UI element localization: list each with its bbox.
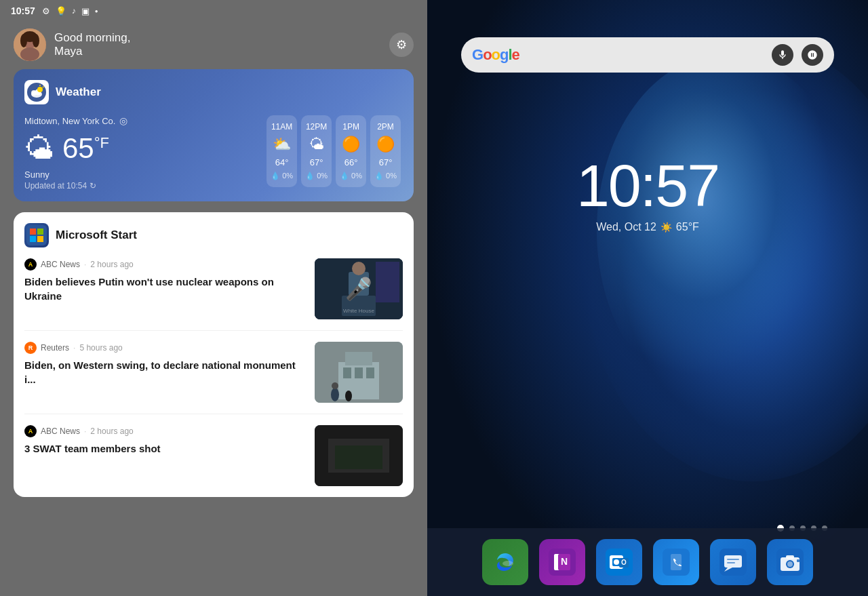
voice-search-button[interactable] <box>772 44 793 66</box>
weather-left: Midtown, New York Co. ◎ 🌤 65°F Sunny Upd… <box>24 115 127 191</box>
weather-updated: Updated at 10:54 ↻ <box>24 181 127 191</box>
article-text-2: R Reuters · 5 hours ago Biden, on Wester… <box>24 342 307 403</box>
avatar <box>14 28 46 61</box>
article-text-1: A ABC News · 2 hours ago Biden believes … <box>24 258 307 319</box>
hour-label: 11AM <box>271 122 292 132</box>
status-time: 10:57 <box>11 5 35 16</box>
svg-point-10 <box>37 87 43 92</box>
svg-rect-58 <box>786 555 794 559</box>
svg-rect-13 <box>26 225 47 245</box>
news-title: Microsoft Start <box>56 229 137 242</box>
settings-icon: ⚙ <box>42 6 50 16</box>
hour-icon: 🟠 <box>342 136 360 153</box>
svg-rect-29 <box>355 367 363 378</box>
refresh-icon[interactable]: ↻ <box>90 181 96 191</box>
dock-app-onenote[interactable]: N <box>539 539 585 585</box>
article-time-3: 2 hours ago <box>90 426 133 436</box>
svg-rect-36 <box>335 445 382 469</box>
google-lens-button[interactable] <box>802 44 823 66</box>
lock-time: 10:57 <box>576 156 719 216</box>
source-row-2: R Reuters · 5 hours ago <box>24 342 307 354</box>
news-article-1[interactable]: A ABC News · 2 hours ago Biden believes … <box>24 258 403 331</box>
svg-point-37 <box>502 561 513 566</box>
article-image-2 <box>315 342 403 403</box>
weather-title: Weather <box>56 85 101 99</box>
search-bar[interactable]: Google <box>461 37 834 73</box>
svg-point-45 <box>614 559 619 565</box>
source-row-1: A ABC News · 2 hours ago <box>24 258 307 271</box>
svg-rect-30 <box>366 367 374 378</box>
hour-precip: 💧 0% <box>305 172 328 180</box>
abc-news-icon: A <box>24 258 37 271</box>
hour-label: 1PM <box>342 122 359 132</box>
article-image-3 <box>315 425 403 486</box>
weather-inline-icon: ☀️ <box>660 222 672 233</box>
google-logo: Google <box>472 46 519 64</box>
hourly-forecast: 11AM ⛅ 64° 💧 0% 12PM 🌤 67° 💧 0% 1PM 🟠 66… <box>264 115 403 187</box>
hour-cell-2pm: 2PM 🟠 67° 💧 0% <box>370 115 401 187</box>
svg-text:White House: White House <box>343 308 374 314</box>
hour-icon: 🟠 <box>376 136 395 153</box>
article-image-1: White House <box>315 258 403 319</box>
hour-precip: 💧 0% <box>340 172 362 180</box>
settings-button[interactable]: ⚙ <box>389 33 414 57</box>
microphone-icon <box>777 49 788 60</box>
svg-rect-50 <box>724 555 742 568</box>
weather-card[interactable]: Weather Midtown, New York Co. ◎ 🌤 65°F S… <box>14 69 414 201</box>
svg-text:N: N <box>561 556 568 567</box>
source-name-2: Reuters <box>41 343 69 353</box>
reuters-icon: R <box>24 342 37 354</box>
lock-date: Wed, Oct 12 ☀️ 65°F <box>596 221 699 233</box>
dock-app-phone[interactable] <box>653 539 699 585</box>
article-text-3: A ABC News · 2 hours ago 3 SWAT team mem… <box>24 425 307 486</box>
news-card: Microsoft Start A ABC News · 2 hours ago… <box>14 212 414 497</box>
svg-point-5 <box>33 34 39 47</box>
news-article-2[interactable]: R Reuters · 5 hours ago Biden, on Wester… <box>24 342 403 414</box>
lock-screen-clock: 10:57 Wed, Oct 12 ☀️ 65°F <box>427 156 868 233</box>
svg-rect-28 <box>343 367 351 378</box>
hour-icon: ⛅ <box>273 136 291 153</box>
status-icons: ⚙ 💡 ♪ ▣ ● <box>42 6 98 16</box>
source-name-3: ABC News <box>41 426 80 436</box>
svg-point-21 <box>352 262 366 275</box>
greeting-bar: Good morning, Maya ⚙ <box>0 22 427 69</box>
dock-app-messages[interactable] <box>710 539 756 585</box>
svg-rect-23 <box>376 262 399 302</box>
greeting-left: Good morning, Maya <box>14 28 130 61</box>
dock-app-camera[interactable] <box>767 539 813 585</box>
tiktok-icon: ♪ <box>72 6 76 16</box>
svg-rect-15 <box>37 229 43 235</box>
article-time-2: 5 hours ago <box>79 343 122 353</box>
news-header: Microsoft Start <box>24 223 403 247</box>
hour-cell-11am: 11AM ⛅ 64° 💧 0% <box>267 115 297 187</box>
left-panel: 10:57 ⚙ 💡 ♪ ▣ ● <box>0 0 427 596</box>
svg-rect-59 <box>797 559 800 562</box>
svg-rect-53 <box>727 562 735 563</box>
weather-sun-icon: 🌤 <box>24 132 54 165</box>
source-row-3: A ABC News · 2 hours ago <box>24 425 307 437</box>
app-dock: N O <box>427 528 868 596</box>
news-article-3[interactable]: A ABC News · 2 hours ago 3 SWAT team mem… <box>24 425 403 486</box>
hour-precip: 💧 0% <box>374 172 397 180</box>
status-bar: 10:57 ⚙ 💡 ♪ ▣ ● <box>0 0 427 22</box>
temperature-row: 🌤 65°F <box>24 132 127 165</box>
article-headline-1: Biden believes Putin won't use nuclear w… <box>24 275 307 303</box>
svg-point-33 <box>345 391 352 401</box>
svg-line-12 <box>43 87 44 88</box>
svg-rect-27 <box>345 352 372 365</box>
hour-icon: 🌤 <box>309 136 324 153</box>
svg-rect-16 <box>30 236 36 242</box>
weather-main: Midtown, New York Co. ◎ 🌤 65°F Sunny Upd… <box>24 115 403 191</box>
article-headline-2: Biden, on Western swing, to declare nati… <box>24 358 307 386</box>
dock-app-edge[interactable] <box>482 539 528 585</box>
dock-app-outlook[interactable]: O <box>596 539 642 585</box>
avatar-image <box>14 28 46 61</box>
lightbulb-icon: 💡 <box>56 6 66 16</box>
svg-point-57 <box>787 561 793 567</box>
dot-icon: ● <box>95 8 98 14</box>
hour-label: 2PM <box>377 122 394 132</box>
location-icon: ◎ <box>119 115 127 126</box>
hour-label: 12PM <box>306 122 327 132</box>
search-input[interactable] <box>528 49 764 61</box>
weather-condition: Sunny <box>24 170 127 180</box>
